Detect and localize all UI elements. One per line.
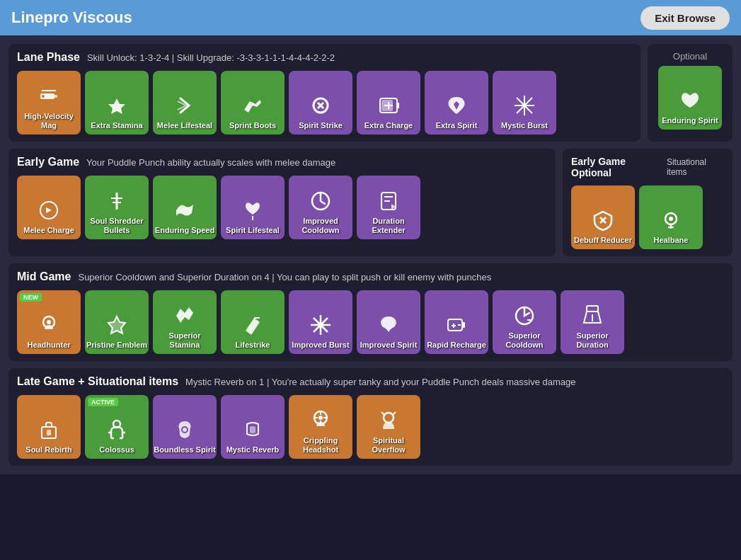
lane-phase-header: Lane Phase Skill Unlock: 1-3-2-4 | Skill… xyxy=(17,51,632,64)
item-card-boundless-spirit[interactable]: Boundless Spirit xyxy=(153,395,217,459)
item-name: Mystic Burst xyxy=(501,121,548,130)
early-game-items: Melee ChargeSoul Shredder BulletsEndurin… xyxy=(17,176,547,239)
item-name: Mystic Reverb xyxy=(226,445,280,455)
item-icon xyxy=(171,416,199,444)
top-row: Lane Phase Skill Unlock: 1-3-2-4 | Skill… xyxy=(8,44,733,142)
item-card-improved-cooldown[interactable]: Improved Cooldown xyxy=(289,176,352,239)
item-icon xyxy=(374,311,403,339)
item-card-mystic-burst[interactable]: Mystic Burst xyxy=(493,71,556,135)
item-card-crippling-headshot[interactable]: Crippling Headshot xyxy=(289,395,352,459)
item-name: Soul Rebirth xyxy=(25,445,71,455)
badge-new: NEW xyxy=(20,293,42,302)
item-icon xyxy=(171,302,199,330)
badge-active: ACTIVE xyxy=(88,398,118,406)
optional-section: Optional Enduring Spirit xyxy=(648,44,733,142)
item-name: Healbane xyxy=(654,236,689,245)
mid-game-header: Mid Game Superior Cooldown and Superior … xyxy=(17,270,724,283)
item-card-superior-duration[interactable]: Superior Duration xyxy=(561,290,624,354)
app-header: Linepro Viscous Exit Browse xyxy=(0,0,741,35)
item-name: Crippling Headshot xyxy=(289,436,352,455)
item-card-soul-rebirth[interactable]: Soul Rebirth xyxy=(17,395,81,459)
late-game-section: Late Game + Situational items Mystic Rev… xyxy=(8,368,733,466)
item-card-extra-charge[interactable]: Extra Charge xyxy=(357,71,420,135)
item-icon xyxy=(103,91,131,120)
svg-point-31 xyxy=(47,320,51,324)
item-icon xyxy=(239,416,267,444)
item-icon xyxy=(103,311,131,339)
item-name: Pristine Emblem xyxy=(86,341,147,350)
svg-point-14 xyxy=(522,103,527,108)
item-icon xyxy=(374,406,403,435)
item-card-spiritual-overflow[interactable]: Spiritual Overflow xyxy=(357,395,420,459)
item-card-high-velocity-mag[interactable]: High-Velocity Mag xyxy=(17,71,81,135)
early-optional-items: Debuff ReducerHealbane xyxy=(571,185,724,249)
early-optional-header: Early Game Optional Situational items xyxy=(571,156,724,178)
item-card-superior-cooldown[interactable]: Superior Cooldown xyxy=(493,290,556,354)
item-card-healbane[interactable]: Healbane xyxy=(639,185,703,249)
item-card-spirit-lifesteal[interactable]: Spirit Lifesteal xyxy=(221,176,285,239)
item-name: Superior Stamina xyxy=(153,331,217,350)
early-optional-title: Early Game Optional xyxy=(571,156,661,178)
item-icon xyxy=(306,311,335,339)
svg-rect-48 xyxy=(47,430,51,435)
item-name: Colossus xyxy=(99,445,134,455)
item-card-extra-stamina[interactable]: Extra Stamina xyxy=(85,71,149,135)
item-card-pristine-emblem[interactable]: Pristine Emblem xyxy=(85,290,149,354)
mid-game-title: Mid Game xyxy=(17,270,71,283)
item-card-superior-stamina[interactable]: Superior Stamina xyxy=(153,290,217,354)
item-name: Boundless Spirit xyxy=(154,445,215,455)
item-name: Debuff Reducer xyxy=(574,236,632,245)
item-card-mystic-reverb[interactable]: Mystic Reverb xyxy=(221,395,285,459)
item-name: Extra Spirit xyxy=(436,121,478,130)
item-name: Sprint Boots xyxy=(229,121,276,130)
early-game-header: Early Game Your Puddle Punch ability act… xyxy=(17,156,547,168)
item-card-debuff-reducer[interactable]: Debuff Reducer xyxy=(571,185,635,249)
item-card-melee-lifesteal[interactable]: Melee Lifesteal xyxy=(153,71,217,135)
item-icon xyxy=(442,91,471,120)
item-card-improved-spirit[interactable]: Improved Spirit xyxy=(357,290,420,354)
item-card-duration-extender[interactable]: Duration Extender xyxy=(357,176,420,239)
lane-phase-subtitle: Skill Unlock: 1-3-2-4 | Skill Upgrade: -… xyxy=(87,52,335,63)
item-name: Lifestrike xyxy=(236,341,270,350)
item-icon xyxy=(578,302,607,330)
item-icon xyxy=(35,82,63,110)
svg-rect-1 xyxy=(53,95,57,98)
late-game-items: Soul RebirthACTIVEColossusBoundless Spir… xyxy=(17,395,724,459)
item-card-improved-burst[interactable]: Improved Burst xyxy=(289,290,352,354)
item-card-lifestrike[interactable]: Lifestrike xyxy=(221,290,285,354)
item-card-sprint-boots[interactable]: Sprint Boots xyxy=(221,71,285,135)
item-name: Superior Cooldown xyxy=(493,331,556,350)
item-name: Extra Stamina xyxy=(91,121,142,130)
item-name: Superior Duration xyxy=(561,331,624,350)
svg-point-61 xyxy=(384,413,394,423)
optional-item-enduring-spirit[interactable]: Enduring Spirit xyxy=(658,66,722,130)
svg-rect-39 xyxy=(462,322,465,328)
item-card-enduring-speed[interactable]: Enduring Speed xyxy=(153,176,217,239)
item-name: High-Velocity Mag xyxy=(17,112,81,130)
item-name: Improved Spirit xyxy=(360,341,418,350)
item-icon xyxy=(35,311,63,339)
exit-browse-button[interactable]: Exit Browse xyxy=(641,6,730,30)
svg-point-60 xyxy=(318,416,323,420)
mid-game-items: NEWHeadhunterPristine EmblemSuperior Sta… xyxy=(17,290,724,354)
item-icon xyxy=(306,187,335,215)
item-name: Melee Charge xyxy=(23,226,74,235)
item-name: Melee Lifesteal xyxy=(157,121,212,130)
item-card-spirit-strike[interactable]: Spirit Strike xyxy=(289,71,352,135)
item-card-colossus[interactable]: ACTIVEColossus xyxy=(85,395,149,459)
early-game-row: Early Game Your Puddle Punch ability act… xyxy=(8,149,733,256)
item-card-headhunter[interactable]: NEWHeadhunter xyxy=(17,290,81,354)
item-card-extra-spirit[interactable]: Extra Spirit xyxy=(425,71,488,135)
item-icon xyxy=(589,206,617,234)
item-card-soul-shredder-bullets[interactable]: Soul Shredder Bullets xyxy=(85,176,149,239)
item-card-rapid-recharge[interactable]: Rapid Recharge xyxy=(425,290,488,354)
item-icon xyxy=(510,91,539,120)
item-name: Spiritual Overflow xyxy=(357,436,420,455)
item-name: Duration Extender xyxy=(357,217,420,235)
item-card-melee-charge[interactable]: Melee Charge xyxy=(17,176,81,239)
item-icon xyxy=(657,206,685,234)
lane-phase-items: High-Velocity MagExtra StaminaMelee Life… xyxy=(17,71,632,135)
item-name: Headhunter xyxy=(27,341,70,350)
early-game-title: Early Game xyxy=(17,156,79,168)
app-title: Linepro Viscous xyxy=(11,8,132,27)
